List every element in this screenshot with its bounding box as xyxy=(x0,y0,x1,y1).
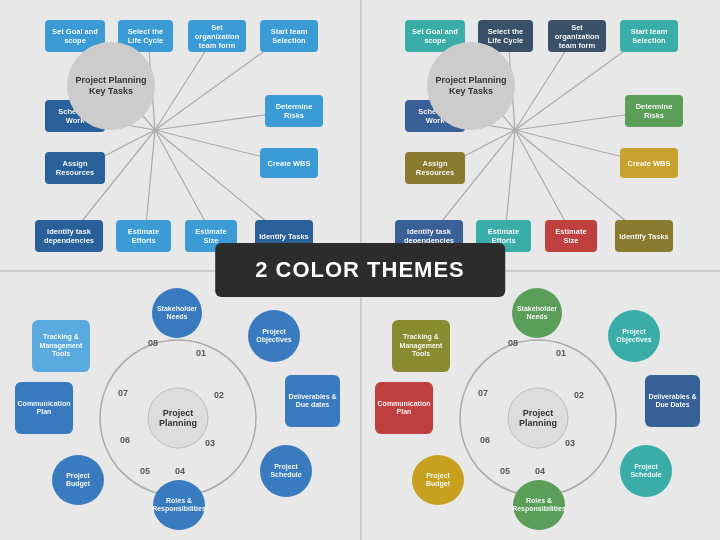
num2-08: 08 xyxy=(508,338,518,348)
num-05: 05 xyxy=(140,466,150,476)
node-det-risks: Determine Risks xyxy=(265,95,323,127)
cnode2-deliverables: Deliverables &Due Dates xyxy=(645,375,700,427)
cnode-objectives: ProjectObjectives xyxy=(248,310,300,362)
quadrant-4: Project Planning 08 01 02 03 04 05 06 07… xyxy=(360,270,720,540)
num2-06: 06 xyxy=(480,435,490,445)
cnode2-objectives: ProjectObjectives xyxy=(608,310,660,362)
circle-2-center-label: Project Planning xyxy=(508,408,568,428)
node-assign-res: Assign Resources xyxy=(45,152,105,184)
num2-02: 02 xyxy=(574,390,584,400)
cnode2-schedule: ProjectSchedule xyxy=(620,445,672,497)
mindmap-1-center: Project Planning Key Tasks xyxy=(67,42,155,130)
quadrant-3: Project Planning 08 01 02 03 04 05 06 07… xyxy=(0,270,360,540)
node-create-wbs: Create WBS xyxy=(260,148,318,178)
mindmap-2: Project Planning Key Tasks Set Goal and … xyxy=(360,0,720,270)
circle-diagram-1: Project Planning 08 01 02 03 04 05 06 07… xyxy=(0,270,360,540)
cnode-tracking: Tracking &ManagementTools xyxy=(32,320,90,372)
num-02: 02 xyxy=(214,390,224,400)
node-start-team: Start team Selection xyxy=(260,20,318,52)
num2-03: 03 xyxy=(565,438,575,448)
node2-org-team: Set organization team form xyxy=(548,20,606,52)
cnode-comm: CommunicationPlan xyxy=(15,382,73,434)
cnode2-roles: Roles &Responsibilities xyxy=(513,480,565,530)
circle-diagram-2: Project Planning 08 01 02 03 04 05 06 07… xyxy=(360,270,720,540)
node-est-efforts: Estimate Efforts xyxy=(116,220,171,252)
num-01: 01 xyxy=(196,348,206,358)
num2-05: 05 xyxy=(500,466,510,476)
cnode2-stakeholder: StakeholderNeeds xyxy=(512,288,562,338)
cnode2-tracking: Tracking &ManagementTools xyxy=(392,320,450,372)
node2-est-size: Estimate Size xyxy=(545,220,597,252)
num-06: 06 xyxy=(120,435,130,445)
node2-identify-tasks: Identify Tasks xyxy=(615,220,673,252)
mindmap-1: Project Planning Key Tasks Set Goal and … xyxy=(0,0,360,270)
node-org-team: Set organization team form xyxy=(188,20,246,52)
cnode-roles: Roles &Responsibilities xyxy=(153,480,205,530)
quadrant-2: Project Planning Key Tasks Set Goal and … xyxy=(360,0,720,270)
cnode2-comm: CommunicationPlan xyxy=(375,382,433,434)
node2-assign-res: Assign Resources xyxy=(405,152,465,184)
color-themes-banner: 2 COLOR THEMES xyxy=(215,243,505,297)
num2-01: 01 xyxy=(556,348,566,358)
circle-1-center-label: Project Planning xyxy=(148,408,208,428)
num-07: 07 xyxy=(118,388,128,398)
num-04: 04 xyxy=(175,466,185,476)
node-identify-dep: Identify task dependencies xyxy=(35,220,103,252)
node2-det-risks: Determine Risks xyxy=(625,95,683,127)
cnode2-budget: ProjectBudget xyxy=(412,455,464,505)
num2-07: 07 xyxy=(478,388,488,398)
node2-create-wbs: Create WBS xyxy=(620,148,678,178)
num-08: 08 xyxy=(148,338,158,348)
cnode-stakeholder: StakeholderNeeds xyxy=(152,288,202,338)
mindmap-2-center: Project Planning Key Tasks xyxy=(427,42,515,130)
cnode-deliverables: Deliverables &Due dates xyxy=(285,375,340,427)
cnode-schedule: ProjectSchedule xyxy=(260,445,312,497)
num-03: 03 xyxy=(205,438,215,448)
node2-start-team: Start team Selection xyxy=(620,20,678,52)
cnode-budget: ProjectBudget xyxy=(52,455,104,505)
num2-04: 04 xyxy=(535,466,545,476)
quadrant-1: Project Planning Key Tasks Set Goal and … xyxy=(0,0,360,270)
